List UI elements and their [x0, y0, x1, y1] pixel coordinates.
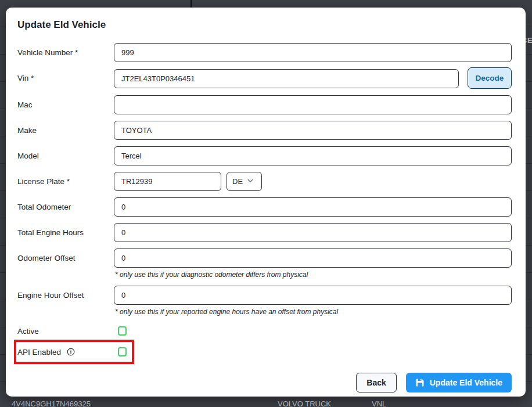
total-odometer-input[interactable]: [114, 197, 512, 217]
engine-hour-offset-label: Engine Hour Offset: [17, 286, 114, 300]
make-label: Make: [17, 121, 114, 135]
field-row-active: Active: [17, 325, 512, 337]
decode-button[interactable]: Decode: [468, 67, 512, 89]
make-input[interactable]: [114, 121, 512, 140]
field-row-total-odometer: Total Odometer: [17, 197, 512, 217]
odometer-offset-note: * only use this if your diagnostic odome…: [115, 271, 512, 279]
api-enabled-checkbox[interactable]: [118, 347, 127, 356]
field-row-odometer-offset: Odometer Offset * only use this if your …: [17, 248, 512, 279]
vehicle-number-label: Vehicle Number *: [17, 43, 114, 57]
license-state-select[interactable]: DE: [227, 172, 262, 191]
update-eld-vehicle-button-label: Update Eld Vehicle: [430, 378, 502, 387]
license-plate-label: License Plate *: [17, 172, 114, 186]
field-row-engine-hour-offset: Engine Hour Offset * only use this if yo…: [17, 286, 512, 316]
total-engine-hours-input[interactable]: [114, 223, 512, 242]
backdrop-cell-make: VOLVO TRUCK: [278, 399, 331, 407]
backdrop-table-row: 4V4NC9GH17N469325 VOLVO TRUCK VNL: [0, 399, 532, 407]
field-row-vehicle-number: Vehicle Number *: [17, 43, 512, 62]
model-input[interactable]: [114, 146, 512, 165]
engine-hour-offset-input[interactable]: [114, 286, 512, 305]
engine-hour-offset-note: * only use this if your reported engine …: [115, 308, 512, 316]
license-state-value: DE: [232, 177, 243, 186]
model-label: Model: [17, 146, 114, 161]
back-button[interactable]: Back: [356, 373, 396, 392]
vehicle-number-input[interactable]: [114, 43, 512, 62]
update-eld-vehicle-modal: Update Eld Vehicle Vehicle Number * Vin …: [6, 8, 526, 397]
backdrop-column-divider: [190, 0, 192, 8]
active-label-text: Active: [17, 326, 39, 336]
backdrop-cell-model: VNL: [372, 399, 386, 407]
info-icon[interactable]: [67, 348, 75, 356]
chevron-down-icon: [247, 177, 254, 186]
backdrop-cell-vin: 4V4NC9GH17N469325: [12, 399, 91, 407]
field-row-model: Model: [17, 146, 512, 165]
vin-label: Vin *: [17, 69, 114, 83]
field-row-license-plate: License Plate * DE: [17, 172, 512, 191]
total-engine-hours-label: Total Engine Hours: [17, 223, 114, 237]
modal-title: Update Eld Vehicle: [17, 19, 512, 31]
mac-input[interactable]: [114, 95, 512, 114]
total-odometer-label: Total Odometer: [17, 197, 114, 212]
active-checkbox[interactable]: [118, 326, 127, 336]
field-row-api-enabled: API Enabled: [17, 346, 512, 358]
vin-input[interactable]: [114, 69, 459, 88]
modal-footer: Back Update Eld Vehicle: [17, 373, 512, 392]
save-icon: [415, 378, 425, 387]
field-row-make: Make: [17, 121, 512, 140]
odometer-offset-input[interactable]: [114, 248, 512, 268]
odometer-offset-label: Odometer Offset: [17, 248, 114, 263]
api-enabled-label-text: API Enabled: [17, 347, 61, 357]
active-label: Active: [17, 326, 114, 336]
field-row-vin: Vin * Decode: [17, 69, 512, 89]
api-enabled-label: API Enabled: [17, 347, 114, 357]
field-row-mac: Mac: [17, 95, 512, 114]
field-row-total-engine-hours: Total Engine Hours: [17, 223, 512, 242]
mac-label: Mac: [17, 95, 114, 110]
update-eld-vehicle-button[interactable]: Update Eld Vehicle: [406, 373, 512, 392]
license-plate-input[interactable]: [114, 172, 221, 191]
